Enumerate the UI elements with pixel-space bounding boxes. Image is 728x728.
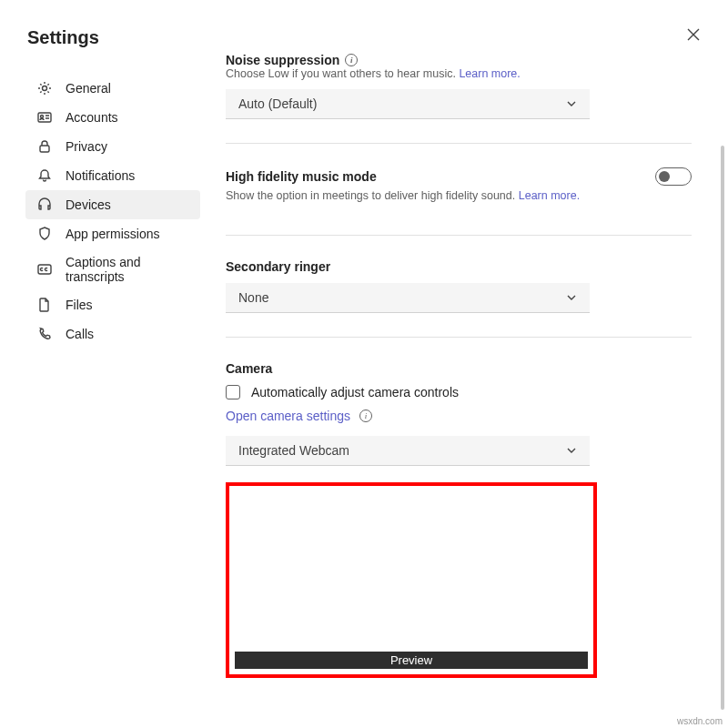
sidebar-item-label: Privacy	[66, 139, 107, 154]
content-panel: Noise suppression i Choose Low if you wa…	[209, 0, 728, 728]
sidebar-item-label: Devices	[66, 197, 111, 212]
info-icon[interactable]: i	[359, 410, 372, 422]
chevron-down-icon	[566, 292, 577, 303]
gear-icon	[36, 80, 53, 96]
desc-text: Show the option in meetings to deliver h…	[226, 189, 515, 202]
sidebar-item-label: Notifications	[66, 168, 135, 183]
desc-text: Choose Low if you want others to hear mu…	[226, 67, 456, 80]
sidebar-item-devices[interactable]: Devices	[25, 190, 200, 219]
bell-icon	[36, 167, 53, 184]
secondary-ringer-title: Secondary ringer	[226, 259, 692, 274]
camera-preview-label: Preview	[235, 652, 588, 669]
camera-select[interactable]: Integrated Webcam	[226, 436, 590, 466]
learn-more-link[interactable]: Learn more.	[459, 67, 520, 80]
camera-section: Camera Automatically adjust camera contr…	[226, 361, 692, 678]
sidebar-item-privacy[interactable]: Privacy	[25, 132, 200, 161]
sidebar-item-notifications[interactable]: Notifications	[25, 161, 200, 190]
sidebar-item-label: General	[66, 81, 111, 96]
secondary-ringer-select[interactable]: None	[226, 283, 590, 313]
close-button[interactable]	[686, 27, 701, 45]
shield-icon	[36, 226, 53, 242]
select-value: Auto (Default)	[238, 96, 317, 111]
learn-more-link[interactable]: Learn more.	[519, 189, 580, 202]
secondary-ringer-section: Secondary ringer None	[226, 259, 692, 338]
sidebar-item-label: Files	[66, 298, 93, 312]
svg-rect-3	[40, 146, 49, 152]
lock-icon	[36, 138, 53, 155]
select-value: None	[238, 290, 268, 305]
sidebar-item-label: App permissions	[66, 227, 160, 241]
sidebar: Settings General Accounts Privacy Notifi…	[0, 0, 209, 728]
section-title-text: Noise suppression	[226, 53, 339, 67]
footer-watermark: wsxdn.com	[677, 716, 723, 726]
sidebar-item-general[interactable]: General	[25, 74, 200, 103]
noise-suppression-select[interactable]: Auto (Default)	[226, 89, 590, 119]
cc-icon	[36, 261, 53, 278]
camera-preview-highlight: Preview	[226, 482, 597, 678]
headset-icon	[36, 197, 53, 213]
high-fidelity-section: High fidelity music mode Show the option…	[226, 167, 692, 236]
phone-icon	[36, 326, 53, 342]
sidebar-item-label: Calls	[66, 327, 94, 341]
select-value: Integrated Webcam	[238, 443, 349, 458]
id-card-icon	[36, 109, 53, 126]
scrollbar[interactable]	[721, 146, 724, 710]
camera-auto-adjust-row[interactable]: Automatically adjust camera controls	[226, 385, 692, 399]
svg-point-0	[43, 86, 47, 91]
file-icon	[36, 297, 53, 313]
high-fidelity-toggle[interactable]	[655, 167, 692, 186]
sidebar-item-calls[interactable]: Calls	[25, 319, 200, 349]
chevron-down-icon	[566, 445, 577, 456]
noise-suppression-section: Noise suppression i Choose Low if you wa…	[226, 53, 692, 144]
sidebar-item-label: Accounts	[66, 110, 118, 125]
sidebar-item-files[interactable]: Files	[25, 290, 200, 319]
sidebar-item-app-permissions[interactable]: App permissions	[25, 219, 200, 248]
sidebar-item-label: Captions and transcripts	[66, 255, 189, 284]
open-camera-settings-link[interactable]: Open camera settings	[226, 409, 350, 423]
camera-auto-checkbox[interactable]	[226, 385, 240, 399]
high-fidelity-title: High fidelity music mode	[226, 169, 377, 184]
chevron-down-icon	[566, 98, 577, 109]
svg-point-2	[41, 116, 44, 118]
info-icon[interactable]: i	[345, 54, 358, 66]
high-fidelity-desc: Show the option in meetings to deliver h…	[226, 189, 692, 202]
checkbox-label: Automatically adjust camera controls	[251, 385, 459, 399]
noise-suppression-title: Noise suppression i	[226, 53, 692, 67]
noise-suppression-desc: Choose Low if you want others to hear mu…	[226, 67, 692, 80]
camera-title: Camera	[226, 361, 692, 376]
sidebar-item-captions[interactable]: Captions and transcripts	[25, 248, 200, 290]
sidebar-item-accounts[interactable]: Accounts	[25, 103, 200, 132]
page-title: Settings	[27, 27, 200, 48]
